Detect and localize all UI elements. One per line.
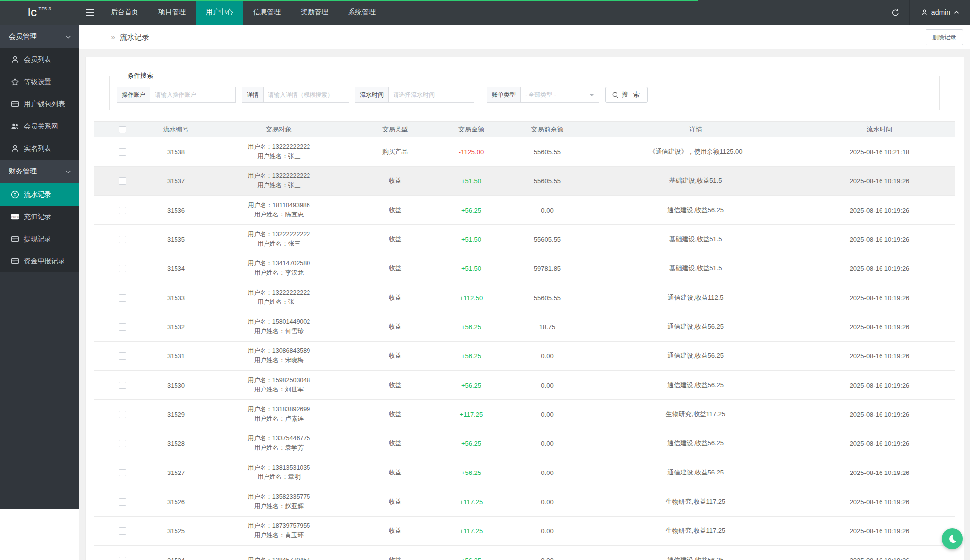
sidebar-item-label: 流水记录 xyxy=(24,190,51,199)
flow-id-cell: 31534 xyxy=(150,254,202,283)
flow-id-cell: 31526 xyxy=(150,487,202,517)
sidebar-group-2[interactable]: 财务管理 xyxy=(0,160,79,183)
sidebar-item[interactable]: PayPal充值记录 xyxy=(0,206,79,228)
row-checkbox[interactable] xyxy=(119,236,126,243)
search-input-3[interactable] xyxy=(388,87,474,103)
trade-type-cell: 收益 xyxy=(355,342,435,371)
table-row: 31536用户名：18110493986用户姓名：陈宜忠收益+56.250.00… xyxy=(94,196,955,225)
nav-item-2[interactable]: 项目管理 xyxy=(148,0,196,25)
row-checkbox[interactable] xyxy=(119,148,126,156)
search-input-2[interactable] xyxy=(263,87,349,103)
sidebar-item[interactable]: 等级设置 xyxy=(0,71,79,93)
column-header: 交易类型 xyxy=(355,122,435,137)
bill-type-select[interactable]: - 全部类型 - xyxy=(520,87,599,103)
row-checkbox[interactable] xyxy=(119,382,126,389)
row-checkbox[interactable] xyxy=(119,207,126,214)
select-all-checkbox[interactable] xyxy=(119,126,126,133)
row-checkbox[interactable] xyxy=(119,265,126,272)
column-header: 交易前余额 xyxy=(508,122,587,137)
content-card: 条件搜索 操作账户详情流水时间账单类型- 全部类型 -搜 索 流水编号交易对象交… xyxy=(85,57,964,560)
amount-cell: +56.25 xyxy=(435,458,508,487)
refresh-icon xyxy=(891,8,900,17)
row-checkbox[interactable] xyxy=(119,469,126,476)
search-button[interactable]: 搜 索 xyxy=(605,87,648,103)
table-row: 31535用户名：13222222222用户姓名：张三收益+51.5055605… xyxy=(94,225,955,254)
table-row: 31529用户名：13183892699用户姓名：卢素连收益+117.250.0… xyxy=(94,400,955,429)
logo-text: lc xyxy=(28,5,37,19)
topbar-right: admin xyxy=(882,0,970,25)
row-checkbox[interactable] xyxy=(119,323,126,331)
search-field-label: 账单类型 xyxy=(487,87,520,103)
search-input-1[interactable] xyxy=(150,87,236,103)
delete-records-button[interactable]: 删除记录 xyxy=(926,29,963,45)
row-checkbox[interactable] xyxy=(119,498,126,506)
trade-target-cell: 用户名：15801449002用户姓名：何雪珍 xyxy=(202,312,355,342)
row-checkbox[interactable] xyxy=(119,527,126,535)
trade-type-cell: 收益 xyxy=(355,517,435,546)
sidebar-item[interactable]: 用户钱包列表 xyxy=(0,93,79,115)
flow-id-cell: 31535 xyxy=(150,225,202,254)
flow-id-cell: 31538 xyxy=(150,137,202,167)
sidebar-item[interactable]: 会员列表 xyxy=(0,48,79,71)
nav-item-4[interactable]: 信息管理 xyxy=(243,0,291,25)
trade-target-cell: 用户名：13582335775用户姓名：赵亚辉 xyxy=(202,487,355,517)
amount-cell: +117.25 xyxy=(435,400,508,429)
nav-item-1[interactable]: 后台首页 xyxy=(101,0,148,25)
sidebar-group-1[interactable]: 会员管理 xyxy=(0,25,79,48)
detail-cell: 通信建设,收益56.25 xyxy=(587,312,804,342)
row-checkbox[interactable] xyxy=(119,177,126,185)
sidebar-item[interactable]: 实名列表 xyxy=(0,137,79,160)
sidebar-item[interactable]: 资金申报记录 xyxy=(0,250,79,272)
row-checkbox[interactable] xyxy=(119,557,126,560)
balance-cell: 55605.55 xyxy=(508,137,587,167)
sidebar-item[interactable]: 流水记录 xyxy=(0,183,79,206)
row-checkbox[interactable] xyxy=(119,440,126,447)
table-header-row: 流水编号交易对象交易类型交易金额交易前余额详情流水时间 xyxy=(94,122,955,137)
amount-cell: +56.25 xyxy=(435,312,508,342)
trade-type-cell: 收益 xyxy=(355,400,435,429)
sidebar-item[interactable]: 会员关系网 xyxy=(0,115,79,137)
table-row: 31528用户名：13375446775用户姓名：袁学芳收益+56.250.00… xyxy=(94,429,955,458)
sidebar-item[interactable]: 提现记录 xyxy=(0,228,79,250)
search-field-group: 详情 xyxy=(242,87,349,103)
checkbox-cell xyxy=(94,546,150,560)
search-legend: 条件搜索 xyxy=(123,71,158,80)
theme-fab-button[interactable] xyxy=(942,528,963,549)
balance-cell: 0.00 xyxy=(508,400,587,429)
balance-cell: 0.00 xyxy=(508,546,587,560)
nav-item-5[interactable]: 奖励管理 xyxy=(291,0,338,25)
row-checkbox[interactable] xyxy=(119,411,126,418)
refresh-button[interactable] xyxy=(882,0,910,25)
time-cell: 2025-08-16 10:19:26 xyxy=(804,342,955,371)
row-checkbox[interactable] xyxy=(119,352,126,360)
search-button-label: 搜 索 xyxy=(622,90,641,99)
table-row: 31531用户名：13086843589用户姓名：宋晓梅收益+56.250.00… xyxy=(94,342,955,371)
nav-item-6[interactable]: 系统管理 xyxy=(338,0,386,25)
nav-item-3[interactable]: 用户中心 xyxy=(196,0,243,25)
balance-cell: 0.00 xyxy=(508,371,587,400)
detail-cell: 通信建设,收益56.25 xyxy=(587,546,804,560)
trade-type-cell: 收益 xyxy=(355,196,435,225)
checkbox-cell xyxy=(94,429,150,458)
amount-cell: +117.25 xyxy=(435,517,508,546)
star-icon xyxy=(11,78,19,86)
trade-type-cell: 收益 xyxy=(355,487,435,517)
column-header: 交易对象 xyxy=(202,122,355,137)
search-field-group: 账单类型- 全部类型 - xyxy=(487,87,599,103)
detail-cell: 通信建设,收益56.25 xyxy=(587,342,804,371)
paypal-icon: PayPal xyxy=(11,213,19,221)
user-menu[interactable]: admin xyxy=(910,0,970,25)
magnifier-icon xyxy=(612,91,619,99)
checkbox-cell xyxy=(94,400,150,429)
row-checkbox[interactable] xyxy=(119,294,126,302)
card-icon xyxy=(11,235,19,243)
app-logo: lcTP5.3 xyxy=(0,0,79,25)
checkbox-cell xyxy=(94,371,150,400)
detail-cell: 通信建设,收益112.5 xyxy=(587,283,804,312)
time-cell: 2025-08-16 10:19:26 xyxy=(804,429,955,458)
amount-cell: +56.25 xyxy=(435,196,508,225)
hamburger-menu-icon[interactable] xyxy=(79,0,101,25)
amount-cell: -1125.00 xyxy=(435,137,508,167)
user-icon xyxy=(921,9,928,16)
amount-cell: +56.25 xyxy=(435,342,508,371)
